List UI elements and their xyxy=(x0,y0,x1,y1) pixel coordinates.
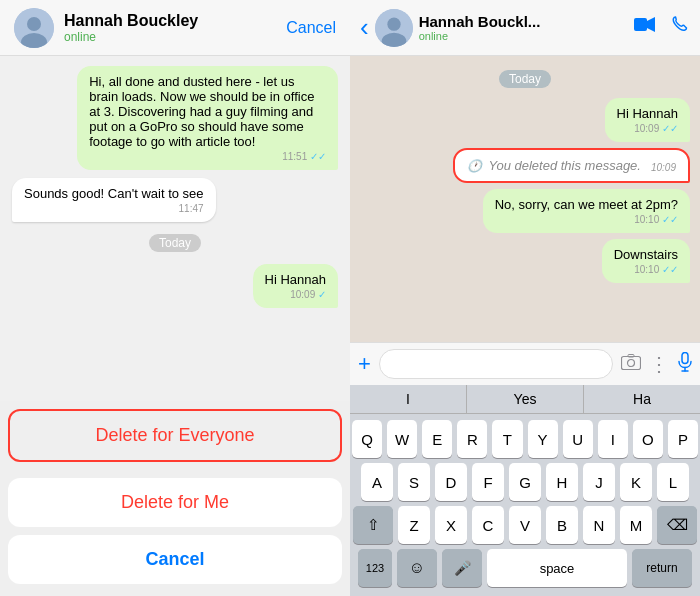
input-bar: + ⋮ xyxy=(350,342,700,385)
deleted-message-time: 10:09 xyxy=(651,162,676,173)
key-i[interactable]: I xyxy=(598,420,628,458)
action-sheet-cancel-group: Cancel xyxy=(8,535,342,584)
action-sheet-group: Delete for Me xyxy=(8,478,342,527)
right-chat-area: Today Hi Hannah 10:09 ✓✓ 🕐 You deleted t… xyxy=(350,56,700,342)
svg-rect-10 xyxy=(628,354,634,357)
key-t[interactable]: T xyxy=(492,420,522,458)
suggestion-yes[interactable]: Yes xyxy=(467,385,584,413)
key-a[interactable]: A xyxy=(361,463,393,501)
more-options-icon[interactable]: ⋮ xyxy=(649,352,670,376)
key-f[interactable]: F xyxy=(472,463,504,501)
add-attachment-icon[interactable]: + xyxy=(358,351,371,377)
emoji-key[interactable]: ☺ xyxy=(397,549,437,587)
message-time-downstairs: 10:10 ✓✓ xyxy=(614,264,678,275)
key-g[interactable]: G xyxy=(509,463,541,501)
key-d[interactable]: D xyxy=(435,463,467,501)
microphone-icon[interactable] xyxy=(678,352,692,377)
right-header-icons xyxy=(634,16,690,39)
message-time-1: 11:51 ✓✓ xyxy=(89,151,326,162)
cancel-action-button[interactable]: Cancel xyxy=(8,535,342,584)
key-x[interactable]: X xyxy=(435,506,467,544)
key-q[interactable]: Q xyxy=(352,420,382,458)
message-text-downstairs: Downstairs xyxy=(614,247,678,262)
keyboard-area: I Yes Ha Q W E R T Y U I O P A S D F xyxy=(350,385,700,596)
back-icon[interactable]: ‹ xyxy=(360,12,369,43)
message-text-hi: Hi Hannah xyxy=(617,106,678,121)
message-meet: No, sorry, can we meet at 2pm? 10:10 ✓✓ xyxy=(483,189,690,233)
key-e[interactable]: E xyxy=(422,420,452,458)
cancel-button[interactable]: Cancel xyxy=(286,19,336,37)
contact-name-left: Hannah Bouckley xyxy=(64,12,286,30)
contact-status-left: online xyxy=(64,30,286,44)
phone-call-icon[interactable] xyxy=(672,16,690,39)
key-u[interactable]: U xyxy=(563,420,593,458)
svg-rect-11 xyxy=(682,352,688,363)
left-panel: Hannah Bouckley online Cancel Hi, all do… xyxy=(0,0,350,596)
message-text-1: Hi, all done and dusted here - let us br… xyxy=(89,74,314,149)
message-time-meet: 10:10 ✓✓ xyxy=(495,214,678,225)
date-divider-left: Today xyxy=(149,234,201,252)
key-j[interactable]: J xyxy=(583,463,615,501)
message-text-3: Hi Hannah xyxy=(265,272,326,287)
key-b[interactable]: B xyxy=(546,506,578,544)
message-downstairs: Downstairs 10:10 ✓✓ xyxy=(602,239,690,283)
left-header: Hannah Bouckley online Cancel xyxy=(0,0,350,56)
right-header: ‹ Hannah Bouckl... online xyxy=(350,0,700,56)
suggestion-ha[interactable]: Ha xyxy=(584,385,700,413)
message-input[interactable] xyxy=(379,349,613,379)
key-y[interactable]: Y xyxy=(528,420,558,458)
suggestion-i[interactable]: I xyxy=(350,385,467,413)
keyboard-suggestions: I Yes Ha xyxy=(350,385,700,414)
message-bubble-3: Hi Hannah 10:09 ✓ xyxy=(253,264,338,308)
message-time-3: 10:09 ✓ xyxy=(265,289,326,300)
delete-for-me-button[interactable]: Delete for Me xyxy=(8,478,342,527)
svg-point-1 xyxy=(27,17,41,31)
right-avatar xyxy=(375,9,413,47)
svg-point-4 xyxy=(387,17,400,30)
delete-key[interactable]: ⌫ xyxy=(657,506,697,544)
message-time-hi: 10:09 ✓✓ xyxy=(617,123,678,134)
camera-icon[interactable] xyxy=(621,354,641,375)
keyboard-row-2: A S D F G H J K L xyxy=(352,463,698,501)
key-s[interactable]: S xyxy=(398,463,430,501)
mic-key[interactable]: 🎤 xyxy=(442,549,482,587)
svg-rect-6 xyxy=(634,18,647,31)
svg-point-9 xyxy=(628,359,635,366)
shift-key[interactable]: ⇧ xyxy=(353,506,393,544)
left-avatar xyxy=(14,8,54,48)
right-header-info: Hannah Bouckl... online xyxy=(419,13,628,42)
contact-name-right: Hannah Bouckl... xyxy=(419,13,628,30)
delete-for-everyone-button[interactable]: Delete for Everyone xyxy=(8,409,342,462)
message-bubble-2: Sounds good! Can't wait to see 11:47 xyxy=(12,178,216,222)
contact-status-right: online xyxy=(419,30,628,42)
key-l[interactable]: L xyxy=(657,463,689,501)
message-time-2: 11:47 xyxy=(24,203,204,214)
num-key[interactable]: 123 xyxy=(358,549,392,587)
key-h[interactable]: H xyxy=(546,463,578,501)
video-call-icon[interactable] xyxy=(634,17,656,38)
message-bubble-1: Hi, all done and dusted here - let us br… xyxy=(77,66,338,170)
deleted-message-text: You deleted this message. xyxy=(488,158,641,173)
return-key[interactable]: return xyxy=(632,549,692,587)
key-w[interactable]: W xyxy=(387,420,417,458)
message-text-2: Sounds good! Can't wait to see xyxy=(24,186,204,201)
key-n[interactable]: N xyxy=(583,506,615,544)
key-r[interactable]: R xyxy=(457,420,487,458)
keyboard-row-4: 123 ☺ 🎤 space return xyxy=(352,549,698,587)
key-m[interactable]: M xyxy=(620,506,652,544)
key-k[interactable]: K xyxy=(620,463,652,501)
space-key[interactable]: space xyxy=(487,549,627,587)
left-header-info: Hannah Bouckley online xyxy=(64,12,286,44)
key-p[interactable]: P xyxy=(668,420,698,458)
keyboard-row-3: ⇧ Z X C V B N M ⌫ xyxy=(352,506,698,544)
key-o[interactable]: O xyxy=(633,420,663,458)
svg-marker-7 xyxy=(647,17,655,32)
key-c[interactable]: C xyxy=(472,506,504,544)
action-sheet: Delete for Everyone Delete for Me Cancel xyxy=(0,401,350,596)
message-text-meet: No, sorry, can we meet at 2pm? xyxy=(495,197,678,212)
date-divider-right: Today xyxy=(499,70,551,88)
key-v[interactable]: V xyxy=(509,506,541,544)
key-z[interactable]: Z xyxy=(398,506,430,544)
keyboard: Q W E R T Y U I O P A S D F G H J K L xyxy=(350,416,700,596)
deleted-icon: 🕐 xyxy=(467,159,482,173)
